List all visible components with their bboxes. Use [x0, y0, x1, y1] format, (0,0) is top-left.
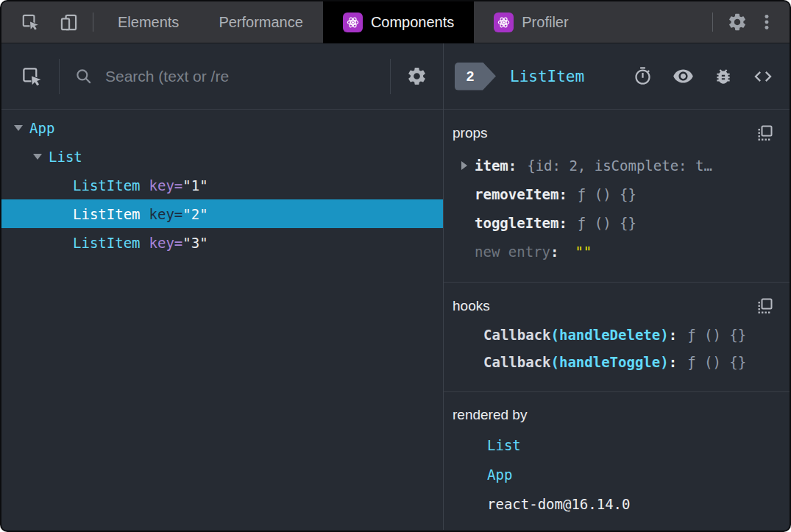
- devtools-menu-button[interactable]: [754, 10, 779, 35]
- key-attribute: key=: [149, 206, 183, 222]
- stopwatch-icon: [633, 66, 653, 86]
- rendered-by-item[interactable]: List: [453, 430, 778, 460]
- inspect-element-button[interactable]: [18, 10, 43, 35]
- bug-icon: [714, 67, 733, 86]
- prop-name: toggleItem: [475, 215, 558, 231]
- rendered-by-heading: rendered by: [453, 407, 527, 423]
- devtools-window: Elements Performance Components: [0, 0, 791, 532]
- inspect-cursor-icon: [21, 65, 43, 88]
- colon: :: [550, 244, 558, 260]
- hook-callback-name: (handleDelete): [551, 327, 669, 343]
- tab-label: Elements: [118, 14, 179, 31]
- rendered-by-section: rendered by List App react-dom@16.14.0: [444, 392, 790, 530]
- key-value: "3": [182, 235, 207, 251]
- search-input[interactable]: [104, 67, 390, 86]
- log-component-data-button[interactable]: [714, 67, 733, 86]
- expander-down-icon[interactable]: [14, 125, 23, 131]
- owner-link-app[interactable]: App: [487, 467, 512, 483]
- hook-type: Callback: [483, 354, 551, 370]
- prop-row-new-entry[interactable]: new entry : "": [453, 237, 778, 266]
- prop-name: item: [475, 157, 508, 174]
- component-name: App: [29, 120, 54, 136]
- owner-link-list[interactable]: List: [487, 437, 521, 453]
- hook-type: Callback: [483, 327, 551, 343]
- gear-icon: [727, 12, 748, 32]
- colon: :: [558, 215, 567, 231]
- copy-icon: [756, 124, 773, 142]
- new-entry-field[interactable]: new entry: [475, 244, 550, 260]
- props-heading: props: [453, 125, 488, 141]
- colon: :: [669, 327, 677, 343]
- tab-elements[interactable]: Elements: [98, 1, 199, 43]
- hook-value: ƒ () {}: [687, 327, 746, 343]
- header-actions: [633, 65, 773, 87]
- expander-right-icon[interactable]: [461, 161, 467, 170]
- key-attribute: key=: [149, 235, 183, 251]
- component-name: List: [49, 149, 82, 165]
- copy-props-button[interactable]: [756, 124, 773, 142]
- select-element-to-inspect-button[interactable]: [21, 65, 43, 88]
- tree-row-list[interactable]: List: [1, 142, 443, 171]
- react-logo-icon: [343, 13, 363, 32]
- tabbar-divider: [712, 13, 713, 32]
- suspend-timer-button[interactable]: [633, 66, 653, 86]
- search-icon: [74, 67, 93, 86]
- prop-value[interactable]: "": [575, 244, 592, 260]
- tab-label: Profiler: [522, 14, 568, 31]
- devtools-settings-button[interactable]: [725, 10, 750, 35]
- tab-components[interactable]: Components: [323, 1, 474, 43]
- hook-callback-name: (handleToggle): [551, 354, 669, 370]
- device-toolbar-icon: [59, 13, 79, 32]
- tree-toolbar: [1, 43, 443, 110]
- colon: :: [669, 354, 677, 370]
- view-settings-button[interactable]: [406, 65, 428, 87]
- tab-profiler[interactable]: Profiler: [474, 1, 588, 43]
- tree-row-listitem-3[interactable]: ListItem key= "3": [1, 228, 443, 257]
- tree-row-app[interactable]: App: [1, 113, 443, 142]
- tab-performance[interactable]: Performance: [199, 1, 323, 43]
- prop-name: removeItem: [475, 186, 558, 202]
- colon: :: [558, 186, 567, 202]
- rendered-by-item: react-dom@16.14.0: [453, 489, 778, 519]
- view-source-button[interactable]: [753, 66, 773, 87]
- inspected-component-title: ListItem: [510, 68, 584, 85]
- hook-row-handledelete[interactable]: Callback (handleDelete) : ƒ () {}: [453, 321, 778, 348]
- hooks-section: hooks: [444, 283, 790, 392]
- component-name: ListItem: [73, 177, 141, 194]
- component-name: ListItem: [73, 235, 141, 251]
- expander-down-icon[interactable]: [33, 154, 42, 160]
- tab-label: Performance: [219, 14, 303, 31]
- hook-value: ƒ () {}: [687, 354, 746, 370]
- inspected-element-header: 2 ListItem: [444, 43, 790, 110]
- toolbar-divider: [390, 59, 391, 94]
- prop-row-toggleitem[interactable]: toggleItem : ƒ () {}: [453, 208, 778, 237]
- react-logo-icon: [494, 13, 514, 32]
- toggle-device-toolbar-button[interactable]: [56, 10, 81, 35]
- inspect-dom-element-button[interactable]: [673, 65, 694, 87]
- key-attribute: key=: [149, 177, 183, 194]
- copy-hooks-button[interactable]: [756, 297, 773, 315]
- eye-icon: [673, 65, 694, 87]
- inspected-element-panel: 2 ListItem: [444, 43, 790, 530]
- tab-label: Components: [371, 14, 454, 31]
- colon: :: [508, 157, 517, 174]
- prop-row-removeitem[interactable]: removeItem : ƒ () {}: [453, 180, 778, 208]
- prop-row-item[interactable]: item : {id: 2, isComplete: t…: [453, 151, 778, 180]
- hook-row-handletoggle[interactable]: Callback (handleToggle) : ƒ () {}: [453, 348, 778, 375]
- key-value: "1": [182, 177, 207, 194]
- inspect-cursor-icon: [21, 13, 40, 32]
- selection-index-badge: 2: [455, 63, 496, 91]
- copy-icon: [756, 297, 773, 315]
- tree-row-listitem-2-selected[interactable]: ListItem key= "2": [1, 199, 443, 228]
- hooks-heading: hooks: [453, 298, 490, 314]
- devtools-tab-bar: Elements Performance Components: [1, 1, 790, 43]
- props-section: props: [444, 110, 790, 283]
- tree-row-listitem-1[interactable]: ListItem key= "1": [1, 171, 443, 199]
- component-name: ListItem: [73, 206, 141, 222]
- renderer-version: react-dom@16.14.0: [487, 496, 630, 512]
- gear-icon: [406, 65, 428, 87]
- tabbar-divider: [93, 13, 93, 32]
- prop-value: ƒ () {}: [578, 186, 636, 202]
- rendered-by-item[interactable]: App: [453, 460, 778, 489]
- component-tree: App List ListItem key= "1" ListItem key=…: [1, 110, 443, 530]
